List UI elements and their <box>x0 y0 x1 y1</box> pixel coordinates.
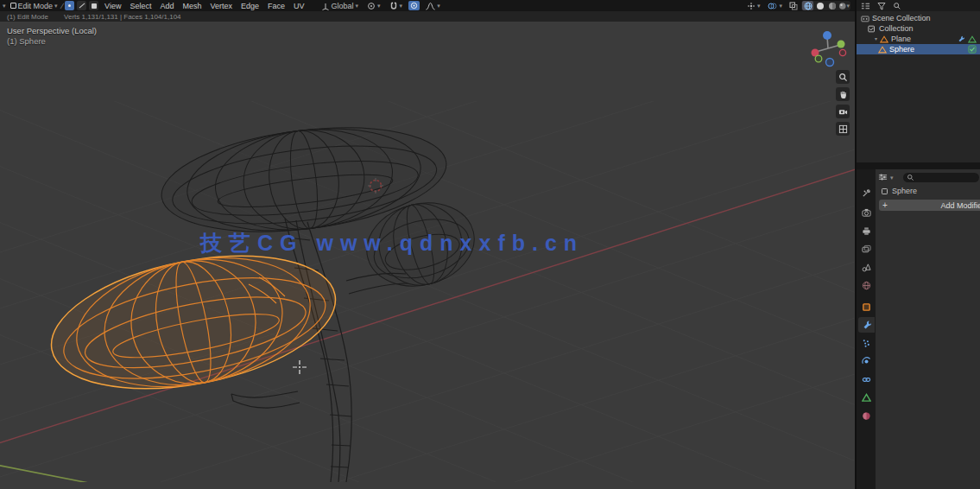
outliner-rows: Scene Collection Collection ▾ Plane <box>857 11 980 54</box>
menu-vertex[interactable]: Vertex <box>206 1 236 11</box>
add-modifier-button[interactable]: + Add Modifier <box>879 200 980 211</box>
menu-mesh[interactable]: Mesh <box>179 1 205 11</box>
tab-object[interactable] <box>858 299 875 314</box>
rendered-shading-icon <box>838 2 846 10</box>
filter-funnel-icon[interactable] <box>877 2 886 10</box>
mode-label: Edit Mode <box>18 2 54 10</box>
xray-toggle[interactable] <box>787 1 799 10</box>
y-neg-axis-handle[interactable] <box>815 55 822 62</box>
info-strip: (1) Edit Mode Verts 1,131/1,131 | Faces … <box>0 11 855 22</box>
edit-mode-icon <box>10 3 16 9</box>
row-label: Scene Collection <box>872 14 931 22</box>
properties-editor-icon[interactable] <box>878 173 888 181</box>
menu-add[interactable]: Add <box>156 1 177 11</box>
show-gizmo-dropdown[interactable]: ▾ <box>744 1 763 11</box>
outliner-row-sphere[interactable]: Sphere <box>857 44 980 54</box>
shading-wireframe-button[interactable] <box>802 1 813 10</box>
orientation-dropdown[interactable]: Global ▾ <box>319 1 362 11</box>
chevron-down-icon: ▾ <box>54 3 58 9</box>
tab-physics[interactable] <box>858 353 875 369</box>
viewport-text-overlay: User Perspective (Local) (1) Sphere <box>7 26 97 47</box>
tab-scene[interactable] <box>858 259 875 275</box>
properties-tab-column <box>857 169 876 489</box>
viewport-nav-buttons <box>836 70 850 136</box>
camera-view-button[interactable] <box>836 105 850 118</box>
outliner-editor-icon[interactable] <box>861 2 870 10</box>
expand-chevron-icon[interactable]: ▾ <box>875 36 877 41</box>
watermark-text: 技艺CG www.qdnxxfb.cn <box>200 229 584 257</box>
modifier-wrench-icon[interactable] <box>957 35 965 43</box>
3d-viewport[interactable]: User Perspective (Local) (1) Sphere <box>0 22 855 482</box>
face-select-button[interactable] <box>89 1 98 10</box>
mesh-data-icon[interactable] <box>968 35 977 43</box>
x-neg-axis-handle[interactable] <box>839 49 845 55</box>
pan-button[interactable] <box>836 87 850 101</box>
edge-select-button[interactable] <box>77 1 86 10</box>
shading-material-button[interactable] <box>826 1 838 10</box>
mode-dropdown[interactable]: Edit Mode ▾ <box>8 1 60 11</box>
menu-edge[interactable]: Edge <box>237 1 262 11</box>
z-axis-handle[interactable] <box>823 31 831 40</box>
tab-modifiers[interactable] <box>858 317 875 333</box>
shading-rendered-button[interactable]: ▾ <box>838 1 850 10</box>
navigation-gizmo[interactable] <box>808 29 848 68</box>
proportional-editing-icon <box>410 2 418 10</box>
show-overlays-dropdown[interactable]: ▾ <box>765 1 785 11</box>
shading-solid-button[interactable] <box>814 1 825 10</box>
render-camera-icon <box>862 208 871 218</box>
particles-icon <box>862 339 871 348</box>
plus-icon: + <box>882 200 888 210</box>
search-icon[interactable] <box>893 2 901 10</box>
breadcrumb-object-name[interactable]: Sphere <box>892 187 917 195</box>
properties-editor: ▾ Sphere + Add Modifier <box>857 169 980 489</box>
tab-render[interactable] <box>858 205 875 220</box>
tool-icon <box>862 188 871 198</box>
snap-dropdown[interactable]: ▾ <box>387 1 406 11</box>
zoom-button[interactable] <box>836 70 850 84</box>
tab-object-data[interactable] <box>858 390 875 405</box>
outliner-row-scene-collection[interactable]: Scene Collection <box>857 13 980 23</box>
transform-cluster: Global ▾ ▾ ▾ ▾ <box>319 1 443 11</box>
chevron-down-icon: ▾ <box>779 3 782 9</box>
scene-collection-icon <box>861 15 869 22</box>
tab-tool[interactable] <box>858 185 875 200</box>
y-axis-handle[interactable] <box>838 41 845 48</box>
proportional-falloff-dropdown[interactable]: ▾ <box>423 1 443 11</box>
tab-constraints[interactable] <box>858 372 875 387</box>
tab-view-layer[interactable] <box>858 241 875 257</box>
add-modifier-label: Add Modifier <box>940 201 980 210</box>
chevron-down-icon: ▾ <box>377 3 381 9</box>
z-neg-axis-handle[interactable] <box>826 59 834 67</box>
tab-world[interactable] <box>858 277 875 293</box>
menu-select[interactable]: Select <box>126 1 155 11</box>
menu-face[interactable]: Face <box>264 1 288 11</box>
orientation-axes-icon <box>321 2 330 10</box>
collection-icon <box>868 25 876 33</box>
proportional-editing-toggle[interactable] <box>408 1 420 10</box>
toggle-ortho-button[interactable] <box>836 122 850 136</box>
chevron-down-icon: ▾ <box>757 3 761 9</box>
tab-output[interactable] <box>858 223 875 238</box>
pivot-point-icon <box>367 2 376 10</box>
tab-particles[interactable] <box>858 335 875 351</box>
chevron-down-icon: ▾ <box>890 175 894 181</box>
menu-uv[interactable]: UV <box>290 1 308 11</box>
mesh-data-check-icon[interactable] <box>968 45 977 54</box>
properties-search-field[interactable] <box>903 173 979 182</box>
mesh-object-icon <box>878 46 887 54</box>
physics-icon <box>862 357 871 366</box>
editor-type-chevron-icon[interactable]: ▾ <box>3 3 6 9</box>
mushroom-cap-selected[interactable] <box>41 234 347 410</box>
pivot-point-dropdown[interactable]: ▾ <box>364 1 383 11</box>
chevron-down-icon: ▾ <box>437 3 440 9</box>
outliner-row-plane[interactable]: ▾ Plane <box>857 34 980 44</box>
vertex-select-button[interactable] <box>65 1 74 10</box>
y-axis-line <box>0 462 186 482</box>
tab-material[interactable] <box>858 408 875 423</box>
mouse-cursor <box>293 360 307 374</box>
outliner-row-collection[interactable]: Collection <box>857 23 980 34</box>
object-breadcrumb-icon <box>881 187 888 195</box>
falloff-curve-icon <box>426 2 435 10</box>
orientation-label: Global <box>332 2 354 10</box>
menu-view[interactable]: View <box>101 1 124 11</box>
